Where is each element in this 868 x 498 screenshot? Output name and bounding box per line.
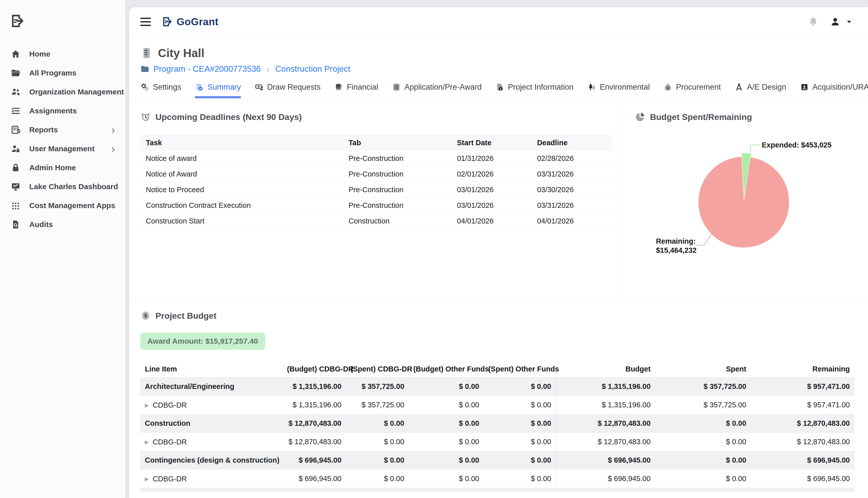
- tab-label: Acquisition/URA: [813, 82, 868, 92]
- cell-line-item: Architectural/Engineering: [140, 378, 282, 396]
- sidebar-item-label: Organization Management: [29, 88, 124, 96]
- project-budget-table: Line Item (Budget) CDBG-DR (Spent) CDBG-…: [140, 361, 854, 488]
- cell-line-item: ▸CDBG-DR: [140, 433, 282, 451]
- column-header-spent-other: (Spent) Other Funds: [484, 361, 556, 378]
- sidebar-item-lake-charles-dashboard[interactable]: Lake Charles Dashboard: [0, 177, 125, 196]
- leader-line-remaining: [696, 234, 712, 245]
- sidebar-item-organization-management[interactable]: Organization Management: [0, 82, 125, 101]
- hamburger-menu-button[interactable]: [140, 18, 151, 26]
- cell-task: Construction Start: [140, 213, 343, 229]
- user-menu[interactable]: [830, 16, 853, 27]
- sidebar-item-label: User Management: [29, 144, 94, 153]
- tab-procurement[interactable]: $ Procurement: [663, 82, 721, 98]
- chevron-right-icon: ›: [111, 124, 115, 135]
- breadcrumb: Program - CEA#2000773536 › Construction …: [140, 64, 857, 74]
- column-header-line-item: Line Item: [140, 361, 282, 378]
- tab-label: Environmental: [600, 82, 650, 92]
- sidebar-item-admin-home[interactable]: Admin Home: [0, 158, 125, 177]
- sidebar-item-reports[interactable]: Reports ›: [0, 120, 125, 139]
- tab-label: Financial: [347, 82, 378, 92]
- column-header-budget-other: (Budget) Other Funds: [409, 361, 484, 378]
- summary-widgets: Upcoming Deadlines (Next 90 Days) Task T…: [129, 98, 868, 299]
- cell-tab: Pre-Construction: [343, 198, 451, 213]
- dollar-circle-icon: $: [140, 310, 151, 321]
- upcoming-deadlines-panel: Upcoming Deadlines (Next 90 Days) Task T…: [129, 98, 621, 299]
- cell-start: 04/01/2026: [451, 213, 532, 229]
- tab-project-information[interactable]: Project Information: [495, 82, 573, 98]
- pie-label-expended: Expended: $453,025: [762, 141, 832, 149]
- tab-settings[interactable]: Settings: [140, 82, 181, 98]
- pie-label-remaining-2: $15,464,232: [656, 246, 697, 254]
- lock-icon: [10, 162, 21, 173]
- tab-application-pre-award[interactable]: Application/Pre-Award: [392, 82, 482, 98]
- folder-icon: [10, 67, 21, 79]
- column-header-task: Task: [140, 135, 343, 151]
- column-header-spent: Spent: [655, 361, 751, 378]
- sidebar-item-home[interactable]: Home: [0, 44, 125, 63]
- sidebar-item-label: Assignments: [29, 107, 77, 115]
- page-title: City Hall: [158, 46, 204, 60]
- svg-text:$: $: [144, 313, 147, 318]
- budget-pie-chart: Expended: $453,025 Remaining: $15,464,23…: [621, 98, 868, 299]
- budget-child-row[interactable]: ▸CDBG-DR $ 12,870,483.00 $ 0.00 $ 0.00 $…: [140, 433, 854, 451]
- user-lock-icon: [10, 143, 21, 154]
- sidebar-item-label: Lake Charles Dashboard: [29, 182, 118, 191]
- tab-financial[interactable]: Financial: [334, 82, 378, 98]
- budget-child-row[interactable]: ▸CDBG-DR $ 696,945.00 $ 0.00 $ 0.00 $ 0.…: [140, 470, 854, 488]
- cell-task: Notice of award: [140, 151, 343, 167]
- deadline-row[interactable]: Construction Contract Execution Pre-Cons…: [140, 198, 612, 213]
- sidebar: Home All Programs Organization Managemen…: [0, 0, 125, 498]
- deadline-row[interactable]: Notice to Proceed Pre-Construction 03/01…: [140, 182, 612, 198]
- tab-environmental[interactable]: Environmental: [587, 82, 650, 98]
- sidebar-item-label: Admin Home: [29, 163, 76, 172]
- deadline-clock-icon: [140, 112, 151, 122]
- breadcrumb-program-link[interactable]: Program - CEA#2000773536: [153, 64, 261, 74]
- org-people-icon: [10, 87, 21, 97]
- tab-label: Application/Pre-Award: [405, 82, 482, 92]
- app-logo-collapsed[interactable]: [0, 0, 125, 29]
- building-icon: [140, 47, 153, 60]
- deadline-row[interactable]: Construction Start Construction 04/01/20…: [140, 213, 612, 229]
- gears-icon: [140, 82, 149, 92]
- expand-chevron-icon[interactable]: ▸: [145, 401, 149, 409]
- column-header-budget-cdbg: (Budget) CDBG-DR: [282, 361, 346, 378]
- sidebar-nav: Home All Programs Organization Managemen…: [0, 44, 125, 234]
- chevron-right-icon: ›: [111, 143, 115, 154]
- tab-summary[interactable]: Summary: [195, 82, 241, 98]
- tab-acquisition-ura[interactable]: Acquisition/URA: [800, 82, 868, 98]
- deadline-row[interactable]: Notice of award Pre-Construction 01/31/2…: [140, 151, 612, 167]
- project-budget-section: $ Project Budget Award Amount: $15,917,2…: [129, 299, 868, 492]
- doc-check-icon: [195, 82, 204, 92]
- tab-draw-requests[interactable]: Draw Requests: [255, 82, 321, 98]
- expand-chevron-icon[interactable]: ▸: [145, 474, 149, 483]
- tab-label: Draw Requests: [267, 82, 321, 92]
- budget-group-row: Contingencies (design & construction) $ …: [140, 451, 854, 470]
- deadlines-table: Task Tab Start Date Deadline Notice of a…: [140, 135, 612, 229]
- audit-doc-icon: [10, 219, 21, 230]
- app-logo[interactable]: GoGrant: [161, 16, 218, 27]
- cell-start: 02/01/2026: [451, 167, 532, 182]
- expand-chevron-icon[interactable]: ▸: [145, 438, 149, 446]
- sidebar-item-audits[interactable]: Audits: [0, 215, 125, 234]
- section-title: Upcoming Deadlines (Next 90 Days): [155, 112, 302, 122]
- sidebar-item-cost-management-apps[interactable]: Cost Management Apps: [0, 196, 125, 215]
- trees-icon: [587, 82, 596, 92]
- sidebar-item-assignments[interactable]: Assignments: [0, 101, 125, 120]
- user-avatar-icon: [830, 16, 841, 27]
- deadline-row[interactable]: Notice of Award Pre-Construction 02/01/2…: [140, 167, 612, 182]
- cell-deadline: 03/30/2026: [531, 182, 612, 198]
- page-header: City Hall Program - CEA#2000773536 › Con…: [129, 37, 868, 74]
- notification-bell-icon[interactable]: [808, 16, 818, 27]
- budget-child-row[interactable]: ▸CDBG-DR $ 1,315,196.00 $ 357,725.00 $ 0…: [140, 396, 854, 415]
- sidebar-item-user-management[interactable]: User Management ›: [0, 139, 125, 158]
- doc-export-icon: [9, 13, 25, 29]
- topbar-actions: [808, 16, 853, 27]
- checklist-icon: [10, 105, 21, 116]
- cell-task: Notice to Proceed: [140, 182, 343, 198]
- tab-ae-design[interactable]: A/E Design: [734, 82, 786, 98]
- breadcrumb-current-link[interactable]: Construction Project: [275, 64, 350, 74]
- doc-export-icon: [161, 16, 173, 27]
- tab-label: Project Information: [508, 82, 573, 92]
- tab-label: A/E Design: [747, 82, 786, 92]
- sidebar-item-all-programs[interactable]: All Programs: [0, 63, 125, 82]
